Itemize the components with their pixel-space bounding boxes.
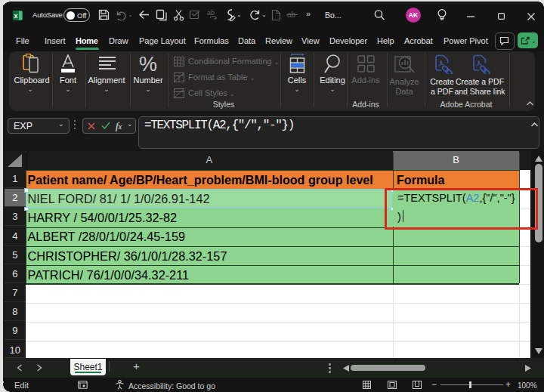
svg-text:x: x <box>14 12 17 20</box>
svg-text:%: % <box>139 54 157 74</box>
svg-text:ab: ab <box>207 9 215 17</box>
